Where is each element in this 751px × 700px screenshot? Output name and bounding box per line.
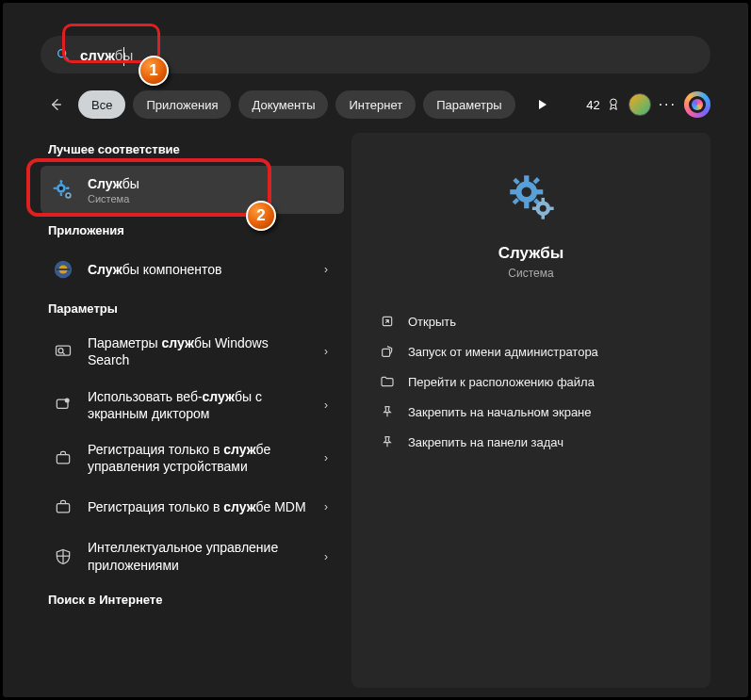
action-label: Закрепить на панели задач [408,435,563,449]
action-pin-taskbar[interactable]: Закрепить на панели задач [370,427,692,457]
start-search-window: службы 1 Все Приложения Документы Интерн… [0,0,751,700]
medal-icon [606,97,621,112]
detail-subtitle: Система [370,267,692,280]
svg-rect-29 [510,189,516,194]
svg-rect-7 [54,187,57,188]
action-label: Открыть [408,315,456,329]
pin-icon [380,434,395,449]
svg-line-1 [65,57,68,59]
svg-rect-22 [57,455,69,464]
action-label: Перейти к расположению файла [408,375,595,389]
folder-icon [380,374,395,389]
svg-rect-23 [57,504,69,513]
shield-icon [50,544,76,570]
filter-row: Все Приложения Документы Интернет Параме… [41,88,710,122]
best-match-item[interactable]: Службы Система [41,166,344,214]
svg-rect-39 [531,207,535,211]
detail-title: Службы [370,244,692,263]
chevron-right-icon: › [318,345,335,358]
search-icon [56,47,71,62]
search-input[interactable]: службы [80,47,133,63]
svg-rect-33 [532,177,539,184]
svg-rect-30 [536,189,543,194]
section-web: Поиск в Интернете [41,583,344,616]
svg-point-0 [58,50,66,57]
svg-rect-27 [524,175,529,182]
svg-point-41 [539,205,546,212]
copilot-icon[interactable] [684,91,710,118]
component-services-icon [50,256,76,283]
app-component-services[interactable]: Службы компонентов › [41,247,344,292]
play-icon [538,100,547,109]
result-title: Службы компонентов [88,261,306,278]
result-title: Параметры службы Windows Search [88,334,306,368]
svg-rect-28 [524,202,529,208]
chevron-right-icon: › [318,263,335,276]
briefcase-icon [50,494,76,520]
svg-rect-16 [57,269,71,270]
filter-settings[interactable]: Параметры [423,90,514,119]
filter-more-button[interactable] [529,90,557,119]
chevron-right-icon: › [318,399,335,412]
chevron-right-icon: › [318,500,335,513]
detail-panel: Службы Система Открыть Запуск от имени а… [351,133,710,688]
chevron-right-icon: › [318,550,335,563]
chevron-right-icon: › [318,451,335,464]
svg-point-35 [521,187,531,198]
action-open[interactable]: Открыть [370,306,692,336]
arrow-left-icon [48,97,63,112]
narrator-icon [50,392,76,418]
svg-line-19 [62,352,65,355]
pin-icon [380,404,395,419]
setting-device-mgmt[interactable]: Регистрация только в службе управления у… [41,431,344,484]
action-pin-start[interactable]: Закрепить на начальном экране [370,397,692,427]
result-title: Интеллектуальное управление приложениями [88,539,306,573]
result-title: Использовать веб-службы с экранным дикто… [88,388,306,422]
setting-smart-app-control[interactable]: Интеллектуальное управление приложениями… [41,529,344,582]
svg-rect-40 [549,207,553,211]
svg-point-13 [67,194,70,197]
svg-rect-43 [383,349,390,356]
section-best-match: Лучшее соответствие [41,133,344,166]
svg-rect-31 [513,178,519,185]
open-icon [380,314,395,329]
services-icon [50,177,76,203]
svg-rect-6 [60,192,62,195]
action-label: Закрепить на начальном экране [408,405,592,419]
filter-documents[interactable]: Документы [238,90,328,119]
search-settings-icon [50,338,76,365]
best-match-title: Службы [88,175,335,192]
setting-windows-search[interactable]: Параметры службы Windows Search › [41,325,344,378]
svg-rect-37 [541,198,545,202]
svg-rect-34 [512,198,518,204]
section-apps: Приложения [41,214,344,247]
action-run-as-admin[interactable]: Запуск от имени администратора [370,336,692,366]
action-label: Запуск от имени администратора [408,345,598,359]
user-avatar[interactable] [629,93,651,116]
briefcase-icon [50,445,76,471]
rewards-points[interactable]: 42 [586,97,620,112]
filter-web[interactable]: Интернет [335,90,416,119]
detail-app-icon [501,167,562,227]
svg-point-11 [59,186,63,189]
best-match-subtitle: Система [88,193,335,204]
action-open-location[interactable]: Перейти к расположению файла [370,366,692,397]
admin-icon [380,344,395,359]
back-button[interactable] [41,90,71,120]
rewards-points-value: 42 [586,98,599,112]
results-column: Лучшее соответствие [41,133,344,688]
more-menu[interactable]: ··· [659,96,677,113]
annotation-marker-1: 1 [139,56,169,86]
result-title: Регистрация только в службе MDM [88,498,306,515]
annotation-marker-2: 2 [246,201,276,231]
filter-all[interactable]: Все [78,90,125,119]
svg-point-21 [65,398,70,402]
svg-rect-38 [541,215,545,219]
section-settings: Параметры [41,292,344,325]
setting-narrator-web[interactable]: Использовать веб-службы с экранным дикто… [41,379,344,431]
svg-point-3 [610,99,616,106]
result-title: Регистрация только в службе управления у… [88,441,306,475]
setting-mdm[interactable]: Регистрация только в службе MDM › [41,484,344,529]
filter-apps[interactable]: Приложения [133,90,231,119]
